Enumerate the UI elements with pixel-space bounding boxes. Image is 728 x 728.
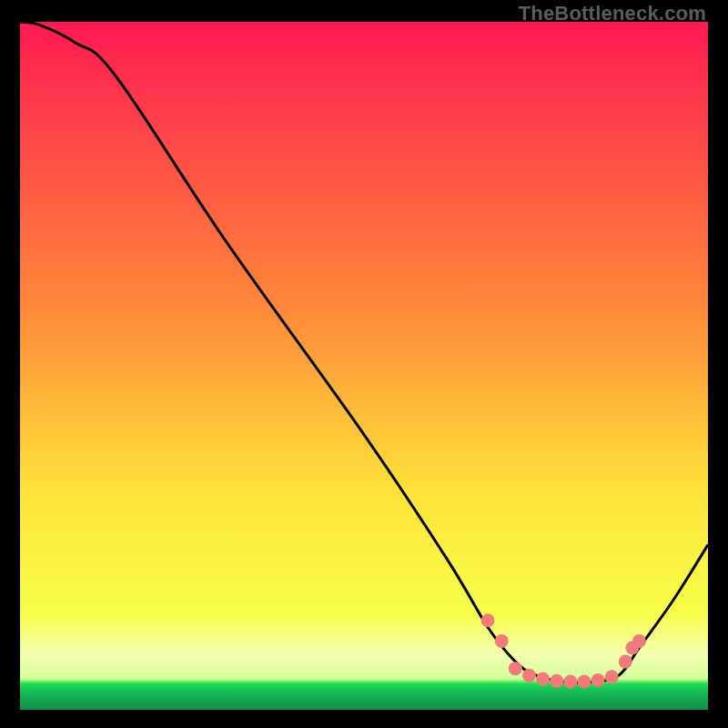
curve-marker [522, 669, 536, 682]
curve-marker [563, 675, 577, 689]
curve-marker [605, 670, 619, 683]
curve-marker [536, 672, 550, 685]
curve-marker [577, 675, 591, 689]
curve-marker [481, 613, 495, 627]
curve-marker [592, 673, 605, 687]
chart-frame [20, 22, 708, 710]
curve-marker [509, 662, 522, 675]
curve-marker [619, 655, 632, 669]
curve-marker [495, 634, 509, 648]
bottleneck-chart [20, 22, 708, 710]
curve-marker [632, 634, 646, 648]
gradient-background [20, 22, 708, 710]
curve-marker [550, 674, 563, 688]
